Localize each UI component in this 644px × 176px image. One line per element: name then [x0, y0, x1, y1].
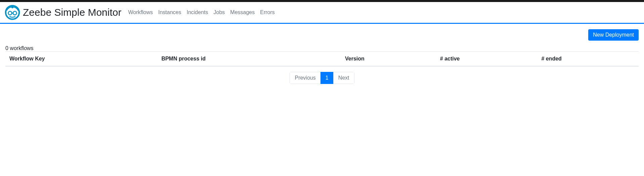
- table-header-row: Workflow Key BPMN process id Version # a…: [5, 52, 639, 67]
- svg-point-3: [13, 11, 17, 15]
- nav-links: Workflows Instances Incidents Jobs Messa…: [128, 9, 274, 15]
- new-deployment-button[interactable]: New Deployment: [588, 29, 639, 41]
- main-content: New Deployment 0 workflows Workflow Key …: [0, 24, 644, 89]
- page-1[interactable]: 1: [320, 72, 334, 84]
- nav-workflows[interactable]: Workflows: [128, 9, 153, 15]
- svg-point-2: [8, 11, 12, 15]
- action-row: New Deployment: [5, 29, 639, 41]
- zeebe-logo-icon: [5, 5, 20, 20]
- navbar: Zeebe Simple Monitor Workflows Instances…: [0, 2, 644, 24]
- col-version: Version: [341, 52, 436, 67]
- brand-title: Zeebe Simple Monitor: [23, 7, 121, 18]
- page-previous-label: Previous: [290, 72, 320, 84]
- page-previous[interactable]: Previous: [290, 72, 320, 84]
- nav-messages[interactable]: Messages: [230, 9, 255, 15]
- pagination: Previous 1 Next: [5, 72, 639, 84]
- page-next[interactable]: Next: [333, 72, 354, 84]
- col-ended: # ended: [537, 52, 639, 67]
- nav-instances[interactable]: Instances: [158, 9, 181, 15]
- brand-link[interactable]: Zeebe Simple Monitor: [5, 5, 128, 20]
- col-workflow-key: Workflow Key: [5, 52, 157, 67]
- page-next-label: Next: [334, 72, 354, 84]
- nav-jobs[interactable]: Jobs: [214, 9, 225, 15]
- workflows-count-label: 0 workflows: [5, 45, 639, 51]
- page-1-label: 1: [321, 72, 333, 84]
- col-active: # active: [436, 52, 538, 67]
- col-bpmn-process-id: BPMN process id: [157, 52, 341, 67]
- svg-point-1: [11, 6, 13, 8]
- nav-incidents[interactable]: Incidents: [186, 9, 208, 15]
- workflows-table: Workflow Key BPMN process id Version # a…: [5, 51, 639, 67]
- nav-errors[interactable]: Errors: [260, 9, 275, 15]
